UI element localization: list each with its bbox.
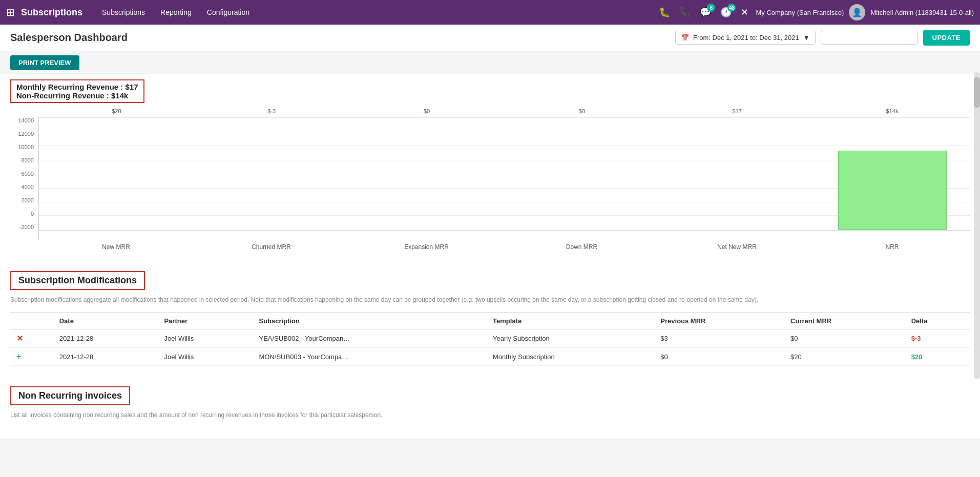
date-range-label: From: Dec 1, 2021 to: Dec 31, 2021 (693, 34, 799, 42)
app-title: Subscriptions (21, 7, 82, 18)
bar-expansion-mrr: $0 (349, 117, 505, 230)
col-date: Date (53, 313, 158, 329)
col-icon (10, 313, 53, 329)
row-partner-1: Joel Willis (158, 329, 253, 348)
chat-badge: 6 (707, 4, 715, 12)
scrollbar[interactable] (974, 72, 980, 379)
row-curr-mrr-1: $0 (784, 329, 905, 348)
page-title: Salesperson Dashboard (10, 32, 128, 44)
row-date-2: 2021-12-28 (53, 348, 158, 366)
row-date-1: 2021-12-28 (53, 329, 158, 348)
chart-bars-area: $20 $-3 $0 $0 $17 (38, 117, 970, 240)
bar-value-churned-mrr: $-3 (267, 108, 276, 114)
row-prev-mrr-2: $0 (654, 348, 784, 366)
row-delta-2: $20 (911, 353, 923, 361)
non-recurring-invoices-section: Non Recurring invoices List all invoices… (10, 386, 970, 420)
row-subscription-2: MON/SUB003 - YourCompa… (253, 348, 487, 366)
top-navigation: ⊞ Subscriptions Subscriptions Reporting … (0, 0, 980, 25)
bar-value-down-mrr: $0 (579, 108, 585, 114)
update-button[interactable]: UPDATE (923, 30, 970, 46)
x-label-new-mrr: New MRR (38, 243, 194, 251)
y-axis: 14000 12000 10000 8000 6000 4000 2000 0 … (10, 117, 37, 230)
y-label-10000: 10000 (10, 144, 34, 150)
x-axis-labels: New MRR Churned MRR Expansion MRR Down M… (38, 243, 970, 251)
y-label-12000: 12000 (10, 131, 34, 137)
bar-down-mrr: $0 (504, 117, 659, 230)
bar-new-mrr: $20 (39, 117, 194, 230)
y-label-8000: 8000 (10, 157, 34, 163)
header-controls: 📅 From: Dec 1, 2021 to: Dec 31, 2021 ▼ U… (675, 30, 970, 46)
y-label-6000: 6000 (10, 171, 34, 177)
row-icon-positive: + (16, 352, 21, 361)
table-row: ✕ 2021-12-28 Joel Willis YEA/SUB002 - Yo… (10, 329, 970, 348)
bug-icon[interactable]: 🐛 (657, 5, 672, 20)
table-row: + 2021-12-28 Joel Willis MON/SUB003 - Yo… (10, 348, 970, 366)
nrr-bar (838, 151, 947, 230)
company-label: My Company (San Francisco) (756, 9, 844, 16)
non-recurring-invoices-description: List all invoices containing non recurri… (10, 410, 970, 420)
close-icon[interactable]: ✕ (739, 5, 750, 20)
bar-net-new-mrr: $17 (659, 117, 815, 230)
y-label-0: 0 (10, 211, 34, 217)
bar-value-expansion-mrr: $0 (424, 108, 430, 114)
x-label-churned-mrr: Churned MRR (194, 243, 349, 251)
subscription-modifications-description: Subscription modifications aggregate all… (10, 295, 970, 304)
y-label-neg2000: -2000 (10, 224, 34, 230)
bars-row: $20 $-3 $0 $0 $17 (39, 117, 970, 230)
user-label: Mitchell Admin (11839431-15-0-all) (870, 9, 974, 16)
date-range-picker[interactable]: 📅 From: Dec 1, 2021 to: Dec 31, 2021 ▼ (675, 31, 816, 45)
row-subscription-1: YEA/SUB002 - YourCompan… (253, 329, 487, 348)
x-label-expansion-mrr: Expansion MRR (349, 243, 504, 251)
subscription-modifications-heading: Subscription Modifications (10, 271, 145, 290)
x-label-down-mrr: Down MRR (504, 243, 659, 251)
row-template-2: Monthly Subscription (487, 348, 654, 366)
col-subscription: Subscription (253, 313, 487, 329)
user-avatar[interactable]: 👤 (849, 4, 865, 20)
bar-churned-mrr: $-3 (194, 117, 349, 230)
subscription-modifications-table: Date Partner Subscription Template Previ… (10, 313, 970, 366)
subscription-modifications-section: Subscription Modifications Subscription … (10, 271, 970, 366)
nrr-label: Non-Recurring Revenue : $14k (16, 91, 138, 100)
row-icon-negative: ✕ (16, 334, 23, 343)
clock-icon[interactable]: 🕐 48 (718, 5, 734, 20)
revenue-labels-box: Monthly Recurring Revenue : $17 Non-Recu… (10, 79, 144, 103)
subscription-table-body: ✕ 2021-12-28 Joel Willis YEA/SUB002 - Yo… (10, 329, 970, 366)
phone-icon[interactable]: 📞 (677, 5, 693, 20)
nav-right: 🐛 📞 💬 6 🕐 48 ✕ My Company (San Francisco… (657, 4, 974, 20)
clock-badge: 48 (727, 4, 736, 12)
nav-menu: Subscriptions Reporting Configuration (95, 5, 655, 19)
chat-icon[interactable]: 💬 6 (698, 5, 713, 20)
mrr-label: Monthly Recurring Revenue : $17 (16, 82, 138, 91)
bar-value-new-mrr: $20 (112, 108, 121, 114)
y-label-2000: 2000 (10, 197, 34, 203)
salesperson-input[interactable] (821, 31, 918, 45)
bar-nrr: $14k (815, 117, 970, 230)
scroll-thumb[interactable] (974, 77, 980, 108)
x-label-net-new-mrr: Net New MRR (659, 243, 815, 251)
page-toolbar: PRINT PREVIEW (0, 51, 980, 74)
nav-subscriptions[interactable]: Subscriptions (95, 5, 152, 19)
col-delta: Delta (905, 313, 970, 329)
bar-value-net-new-mrr: $17 (733, 108, 742, 114)
row-curr-mrr-2: $20 (784, 348, 905, 366)
col-current-mrr: Current MRR (784, 313, 905, 329)
non-recurring-invoices-heading: Non Recurring invoices (10, 386, 130, 405)
calendar-icon: 📅 (681, 34, 689, 42)
y-label-14000: 14000 (10, 117, 34, 123)
main-content: Monthly Recurring Revenue : $17 Non-Recu… (0, 74, 980, 438)
col-template: Template (487, 313, 654, 329)
col-previous-mrr: Previous MRR (654, 313, 784, 329)
table-header-row: Date Partner Subscription Template Previ… (10, 313, 970, 329)
row-prev-mrr-1: $3 (654, 329, 784, 348)
bar-value-nrr: $14k (886, 108, 899, 114)
nav-reporting[interactable]: Reporting (153, 5, 199, 19)
row-template-1: Yearly Subscription (487, 329, 654, 348)
page-header: Salesperson Dashboard 📅 From: Dec 1, 202… (0, 25, 980, 51)
y-label-4000: 4000 (10, 184, 34, 190)
row-partner-2: Joel Willis (158, 348, 253, 366)
nav-configuration[interactable]: Configuration (200, 5, 257, 19)
row-delta-1: $-3 (911, 335, 921, 342)
print-preview-button[interactable]: PRINT PREVIEW (10, 55, 79, 70)
app-grid-icon[interactable]: ⊞ (6, 6, 15, 18)
x-label-nrr: NRR (815, 243, 970, 251)
